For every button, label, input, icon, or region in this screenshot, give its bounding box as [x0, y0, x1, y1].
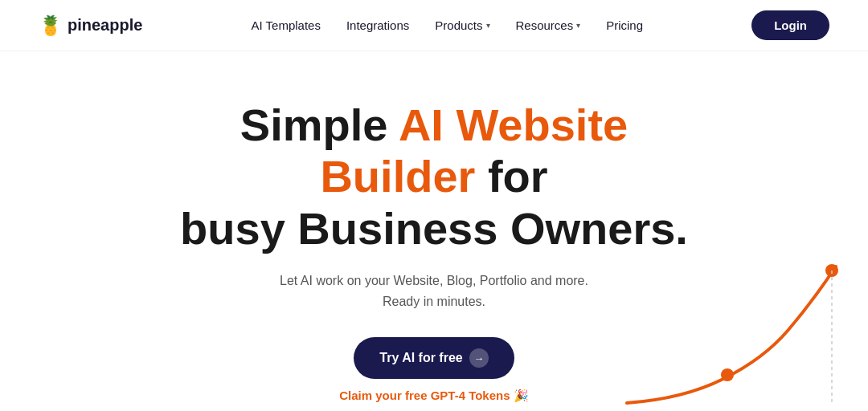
nav-link-products[interactable]: Products ▾: [435, 18, 489, 32]
login-button[interactable]: Login: [751, 10, 829, 40]
nav-link-pricing[interactable]: Pricing: [606, 18, 643, 32]
hero-title-line2: busy Business Owners.: [180, 203, 688, 254]
cta-button[interactable]: Try AI for free →: [354, 337, 514, 379]
chart-decoration: [611, 250, 868, 411]
nav-links: AI Templates Integrations Products ▾ Res…: [251, 18, 643, 32]
claim-link[interactable]: Claim your free GPT-4 Tokens 🎉: [339, 389, 528, 403]
arrow-icon: →: [469, 348, 489, 368]
navbar: 🍍 pineapple AI Templates Integrations Pr…: [0, 0, 868, 51]
logo[interactable]: 🍍 pineapple: [39, 14, 142, 37]
hero-title: Simple AI Website Builder for busy Busin…: [161, 100, 707, 254]
hero-title-part2: for: [475, 151, 547, 201]
logo-text: pineapple: [68, 16, 142, 35]
cta-area: Try AI for free → Claim your free GPT-4 …: [339, 337, 528, 403]
nav-link-resources[interactable]: Resources ▾: [516, 18, 581, 32]
hero-title-part1: Simple: [240, 100, 399, 150]
hero-subtitle-line1: Let AI work on your Website, Blog, Portf…: [280, 274, 588, 287]
growth-chart: [619, 250, 868, 411]
hero-subtitle: Let AI work on your Website, Blog, Portf…: [280, 271, 588, 311]
pineapple-logo-icon: 🍍: [39, 14, 61, 37]
svg-point-0: [721, 368, 734, 381]
hero-subtitle-line2: Ready in minutes.: [383, 295, 485, 308]
chevron-down-icon: ▾: [576, 21, 580, 30]
nav-link-integrations[interactable]: Integrations: [346, 18, 409, 32]
chevron-down-icon: ▾: [486, 21, 490, 30]
cta-label: Try AI for free: [379, 351, 462, 365]
nav-link-ai-templates[interactable]: AI Templates: [251, 18, 320, 32]
